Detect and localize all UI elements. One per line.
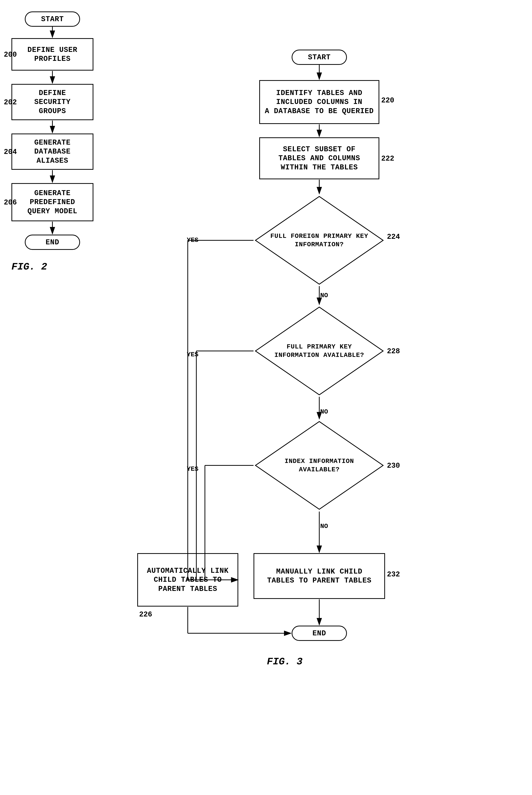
fig2-end: END <box>25 235 80 250</box>
label-224-no: NO <box>320 292 328 299</box>
fig2-node-200: DEFINE USER PROFILES <box>12 38 93 71</box>
fig3-ref-232: 232 <box>387 570 400 578</box>
label-224-yes: YES <box>187 237 198 244</box>
label-228-yes: YES <box>187 351 198 358</box>
fig3-ref-220: 220 <box>381 96 394 105</box>
fig3-node-222: SELECT SUBSET OF TABLES AND COLUMNS WITH… <box>259 137 379 179</box>
fig3-diamond-228: FULL PRIMARY KEY INFORMATION AVAILABLE? <box>253 305 385 397</box>
fig3-diamond-230: INDEX INFORMATION AVAILABLE? <box>253 420 385 511</box>
fig3-diamond-224: FULL FOREIGN PRIMARY KEY INFORMATION? <box>253 195 385 286</box>
fig2-node-202: DEFINE SECURITY GROUPS <box>12 84 93 120</box>
fig2-ref-200: 200 <box>4 51 17 59</box>
fig3-node-232: MANUALLY LINK CHILD TABLES TO PARENT TAB… <box>253 553 385 599</box>
svg-marker-0 <box>255 197 383 284</box>
fig3-ref-224: 224 <box>387 233 400 241</box>
label-228-no: NO <box>320 408 328 415</box>
fig2-ref-206: 206 <box>4 198 17 207</box>
svg-marker-2 <box>255 422 383 509</box>
fig3-ref-228: 228 <box>387 347 400 355</box>
svg-marker-1 <box>255 307 383 395</box>
fig3-start: START <box>292 50 347 65</box>
fig2-ref-202: 202 <box>4 98 17 107</box>
fig3-caption: FIG. 3 <box>267 656 303 667</box>
fig2-caption: FIG. 2 <box>12 261 47 273</box>
fig3-ref-230: 230 <box>387 462 400 470</box>
fig3-node-220: IDENTIFY TABLES AND INCLUDED COLUMNS IN … <box>259 80 379 124</box>
fig3-node-226: AUTOMATICALLY LINK CHILD TABLES TO PAREN… <box>137 553 238 607</box>
label-230-yes: YES <box>187 465 198 473</box>
fig3-ref-222: 222 <box>381 154 394 163</box>
fig2-node-206: GENERATE PREDEFINED QUERY MODEL <box>12 183 93 221</box>
fig2-node-204: GENERATE DATABASE ALIASES <box>12 133 93 170</box>
diagram-container: START DEFINE USER PROFILES 200 DEFINE SE… <box>0 0 532 795</box>
label-230-no: NO <box>320 523 328 530</box>
fig2-ref-204: 204 <box>4 148 17 156</box>
fig3-end: END <box>292 626 347 641</box>
fig3-ref-226: 226 <box>139 610 152 618</box>
fig2-start: START <box>25 12 80 27</box>
